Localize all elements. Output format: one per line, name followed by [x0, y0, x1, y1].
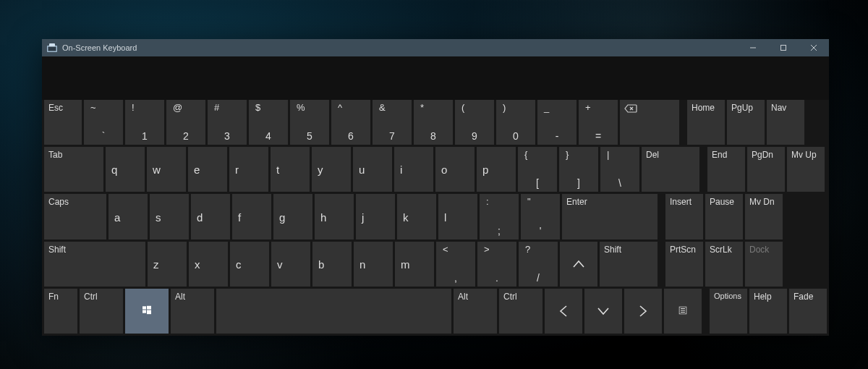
key-z[interactable]: z	[148, 242, 187, 287]
minimize-button[interactable]	[738, 39, 768, 56]
key-9[interactable]: (9	[455, 100, 494, 145]
key-insert[interactable]: Insert	[665, 194, 703, 239]
key-slash[interactable]: ?/	[519, 242, 558, 287]
key-quote[interactable]: "'	[521, 194, 560, 239]
arrow-down-icon	[597, 307, 610, 315]
key-alt-left[interactable]: Alt	[171, 289, 214, 334]
svg-rect-10	[147, 305, 151, 309]
key-arrow-left[interactable]	[545, 289, 582, 334]
key-caps[interactable]: Caps	[44, 194, 106, 239]
key-8[interactable]: *8	[414, 100, 453, 145]
key-shift-right[interactable]: Shift	[600, 242, 658, 287]
key-4[interactable]: $4	[249, 100, 288, 145]
key-w[interactable]: w	[147, 147, 186, 192]
key-l[interactable]: l	[438, 194, 477, 239]
key-x[interactable]: x	[189, 242, 228, 287]
key-arrow-down[interactable]	[584, 289, 622, 334]
key-esc[interactable]: Esc	[44, 100, 82, 145]
key-b[interactable]: b	[312, 242, 352, 287]
key-a[interactable]: a	[109, 194, 148, 239]
key-semicolon[interactable]: :;	[480, 194, 519, 239]
key-equals[interactable]: +=	[579, 100, 618, 145]
key-dock[interactable]: Dock	[745, 242, 783, 287]
key-7[interactable]: &7	[373, 100, 412, 145]
maximize-button[interactable]	[768, 39, 799, 56]
key-p[interactable]: p	[477, 147, 516, 192]
key-r[interactable]: r	[229, 147, 268, 192]
key-backslash[interactable]: |\	[600, 147, 639, 192]
titlebar[interactable]: On-Screen Keyboard	[42, 39, 829, 56]
key-e[interactable]: e	[188, 147, 227, 192]
key-q[interactable]: q	[106, 147, 145, 192]
key-period[interactable]: >.	[477, 242, 516, 287]
key-h[interactable]: h	[315, 194, 354, 239]
key-k[interactable]: k	[397, 194, 436, 239]
key-mvup[interactable]: Mv Up	[787, 147, 825, 192]
key-prtscn[interactable]: PrtScn	[665, 242, 703, 287]
svg-rect-9	[142, 306, 146, 309]
key-v[interactable]: v	[271, 242, 310, 287]
key-bracket-left[interactable]: {[	[518, 147, 557, 192]
key-arrow-up[interactable]	[560, 242, 597, 287]
window-title: On-Screen Keyboard	[62, 43, 137, 52]
key-t[interactable]: t	[271, 147, 310, 192]
key-shift-left[interactable]: Shift	[44, 242, 145, 287]
key-g[interactable]: g	[273, 194, 312, 239]
key-enter[interactable]: Enter	[562, 194, 658, 239]
arrow-right-icon	[639, 305, 647, 318]
key-arrow-right[interactable]	[624, 289, 662, 334]
key-nav[interactable]: Nav	[767, 100, 804, 145]
key-del[interactable]: Del	[642, 147, 699, 192]
key-j[interactable]: j	[356, 194, 395, 239]
key-bracket-right[interactable]: }]	[559, 147, 598, 192]
row-2: Tab q w e r t y u i o p {[ }] |\ Del End…	[44, 147, 827, 192]
svg-rect-1	[49, 43, 55, 47]
key-pgdn[interactable]: PgDn	[747, 147, 785, 192]
key-fade[interactable]: Fade	[789, 289, 827, 334]
key-6[interactable]: ^6	[331, 100, 370, 145]
key-0[interactable]: )0	[496, 100, 535, 145]
windows-logo-icon	[142, 305, 151, 316]
row-3: Caps a s d f g h j k l :; "' Enter Inser…	[44, 194, 827, 239]
key-f[interactable]: f	[232, 194, 271, 239]
function-row-placeholder	[42, 56, 829, 100]
key-backspace[interactable]	[620, 100, 679, 145]
key-d[interactable]: d	[191, 194, 230, 239]
key-help[interactable]: Help	[749, 289, 787, 334]
key-s[interactable]: s	[150, 194, 189, 239]
key-space[interactable]	[216, 289, 451, 334]
key-context-menu[interactable]	[664, 289, 702, 334]
key-comma[interactable]: <,	[436, 242, 475, 287]
row-4: Shift z x c v b n m <, >. ?/ Shift PrtSc…	[44, 242, 827, 287]
key-o[interactable]: o	[435, 147, 475, 192]
key-options[interactable]: Options	[710, 289, 747, 334]
key-n[interactable]: n	[354, 242, 393, 287]
key-tab[interactable]: Tab	[44, 147, 103, 192]
key-ctrl-right[interactable]: Ctrl	[499, 289, 542, 334]
key-home[interactable]: Home	[687, 100, 725, 145]
key-1[interactable]: !1	[125, 100, 164, 145]
key-pause[interactable]: Pause	[705, 194, 743, 239]
key-m[interactable]: m	[395, 242, 434, 287]
key-i[interactable]: i	[394, 147, 433, 192]
key-ctrl-left[interactable]: Ctrl	[80, 289, 123, 334]
key-5[interactable]: %5	[290, 100, 329, 145]
key-2[interactable]: @2	[166, 100, 205, 145]
app-icon	[46, 42, 58, 54]
key-y[interactable]: y	[312, 147, 351, 192]
key-windows[interactable]	[125, 289, 169, 334]
key-end[interactable]: End	[707, 147, 745, 192]
key-pgup[interactable]: PgUp	[727, 100, 765, 145]
key-mvdn[interactable]: Mv Dn	[745, 194, 783, 239]
backspace-icon	[624, 103, 637, 115]
key-scrlk[interactable]: ScrLk	[705, 242, 743, 287]
close-button[interactable]	[799, 39, 829, 56]
key-backtick[interactable]: ~`	[84, 100, 123, 145]
key-minus[interactable]: _-	[537, 100, 576, 145]
key-alt-right[interactable]: Alt	[454, 289, 497, 334]
svg-rect-2	[48, 47, 56, 51]
key-fn[interactable]: Fn	[44, 289, 77, 334]
key-u[interactable]: u	[353, 147, 392, 192]
key-c[interactable]: c	[230, 242, 269, 287]
key-3[interactable]: #3	[208, 100, 247, 145]
